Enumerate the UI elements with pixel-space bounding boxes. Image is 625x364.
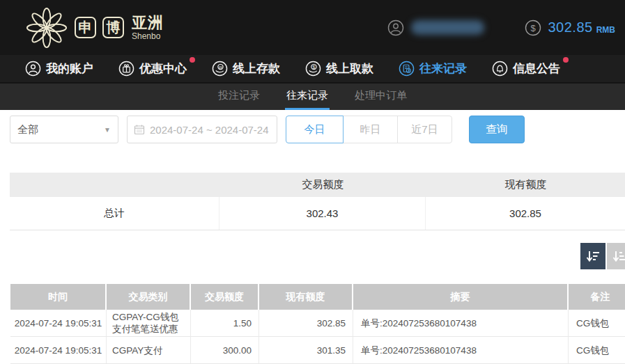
sort-ascending-icon <box>612 248 625 264</box>
header-note: 备注 <box>569 284 625 310</box>
nav-label: 我的账户 <box>46 61 93 77</box>
balance-amount[interactable]: 302.85 <box>548 19 593 35</box>
nav-label: 信息公告 <box>513 61 560 77</box>
cell-balance: 302.85 <box>259 310 353 336</box>
cell-amount: 1.50 <box>191 310 259 336</box>
summary-header-row: 交易额度 现有额度 <box>10 173 625 197</box>
summary-total-row: 总计 302.43 302.85 <box>10 197 625 230</box>
nav-item-announcements[interactable]: 信息公告 <box>492 61 560 77</box>
logo-region: 亚洲 Shenbo <box>132 15 164 40</box>
cell-summary: 单号:202407253680107438 <box>353 337 569 363</box>
nav-label: 线上存款 <box>233 61 280 77</box>
balance-currency: RMB <box>596 21 615 35</box>
records-table: 时间 交易类别 交易额度 现有额度 摘要 备注 2024-07-24 19:05… <box>10 284 625 364</box>
gift-icon <box>118 61 134 77</box>
date-range-value: 2024-07-24 ~ 2024-07-24 <box>150 124 269 136</box>
account-area: $ 302.85 RMB <box>387 19 616 36</box>
tab-betting-records[interactable]: 投注记录 <box>217 84 261 110</box>
nav-label: 优惠中心 <box>139 61 187 77</box>
site-logo[interactable]: 申 博 亚洲 Shenbo <box>25 6 164 49</box>
calendar-icon <box>134 124 145 135</box>
category-select[interactable]: 全部 ▼ <box>10 116 118 143</box>
sort-descending-icon <box>585 248 601 264</box>
filter-bar: 全部 ▼ 2024-07-24 ~ 2024-07-24 今日 昨日 近7日 查… <box>10 116 625 143</box>
logo-region-en: Shenbo <box>132 32 164 40</box>
header-time: 时间 <box>10 284 107 310</box>
sort-controls <box>580 243 625 269</box>
date-range-input[interactable]: 2024-07-24 ~ 2024-07-24 <box>127 116 277 143</box>
avatar-icon[interactable] <box>387 19 404 36</box>
cell-time: 2024-07-24 19:05:31 <box>10 310 107 336</box>
sub-nav: 投注记录 往来记录 处理中订单 <box>0 82 625 110</box>
logo-region-cn: 亚洲 <box>132 15 164 31</box>
records-icon <box>399 61 415 77</box>
chevron-down-icon: ▼ <box>104 126 111 134</box>
svg-text:@: @ <box>218 65 222 70</box>
cell-category: CGPAY支付 <box>107 337 191 363</box>
sort-ascending-button[interactable] <box>607 243 625 269</box>
quick-date-group: 今日 昨日 近7日 <box>286 116 452 143</box>
logo-char-shen: 申 <box>75 17 96 38</box>
nav-item-deposit[interactable]: @ 线上存款 <box>212 61 280 77</box>
dollar-coin-icon: $ <box>525 19 541 36</box>
summary-header-balance: 现有额度 <box>426 178 625 191</box>
summary-header-transaction: 交易额度 <box>219 178 426 191</box>
nav-item-my-account[interactable]: 我的账户 <box>25 61 93 77</box>
username-redacted[interactable] <box>411 20 484 35</box>
notification-dot <box>563 57 569 63</box>
main-nav: 我的账户 优惠中心 @ 线上存款 $ 线上取款 <box>0 55 625 82</box>
yesterday-button[interactable]: 昨日 <box>343 116 398 143</box>
svg-text:$: $ <box>530 23 536 33</box>
tab-transaction-records[interactable]: 往来记录 <box>285 84 330 110</box>
header-amount: 交易额度 <box>191 284 259 310</box>
sort-descending-button[interactable] <box>580 243 605 269</box>
header-category: 交易类别 <box>107 284 191 310</box>
cell-time: 2024-07-24 19:05:31 <box>10 337 107 363</box>
cell-amount: 300.00 <box>191 337 259 363</box>
summary-balance-total: 302.85 <box>426 207 625 219</box>
cell-summary: 单号:202407253680107438 <box>353 310 569 336</box>
top-bar: 申 博 亚洲 Shenbo $ 302.85 RMB <box>0 0 625 55</box>
nav-item-withdraw[interactable]: $ 线上取款 <box>305 61 373 77</box>
cell-balance: 301.35 <box>259 337 353 363</box>
deposit-icon: @ <box>212 61 228 77</box>
today-button[interactable]: 今日 <box>286 116 344 143</box>
last-7-days-button[interactable]: 近7日 <box>397 116 452 143</box>
svg-text:$: $ <box>313 65 316 70</box>
query-button[interactable]: 查询 <box>469 116 525 143</box>
cell-category: CGPAY-CG钱包支付笔笔送优惠 <box>107 310 191 336</box>
nav-item-transaction-records[interactable]: 往来记录 <box>399 61 467 77</box>
flower-logo-icon <box>25 6 68 49</box>
cell-note: CG钱包 <box>569 310 625 336</box>
summary-transaction-total: 302.43 <box>219 197 426 230</box>
table-row[interactable]: 2024-07-24 19:05:31 CGPAY支付 300.00 301.3… <box>10 337 625 364</box>
summary-total-label: 总计 <box>10 197 219 230</box>
nav-item-promotions[interactable]: 优惠中心 <box>118 61 187 77</box>
logo-char-bo: 博 <box>102 17 124 38</box>
tab-pending-orders[interactable]: 处理中订单 <box>353 84 408 110</box>
table-header-row: 时间 交易类别 交易额度 现有额度 摘要 备注 <box>10 284 625 310</box>
cell-note: CG钱包 <box>569 337 625 363</box>
header-balance: 现有额度 <box>259 284 353 310</box>
nav-label: 往来记录 <box>419 61 467 77</box>
nav-label: 线上取款 <box>326 61 373 77</box>
notification-dot <box>190 57 195 63</box>
withdraw-icon: $ <box>305 61 321 77</box>
header-summary: 摘要 <box>353 284 569 310</box>
user-icon <box>25 61 41 77</box>
category-select-value: 全部 <box>17 123 38 136</box>
summary-table: 交易额度 现有额度 总计 302.43 302.85 <box>10 173 625 230</box>
bell-icon <box>492 61 508 77</box>
table-row[interactable]: 2024-07-24 19:05:31 CGPAY-CG钱包支付笔笔送优惠 1.… <box>10 310 625 337</box>
